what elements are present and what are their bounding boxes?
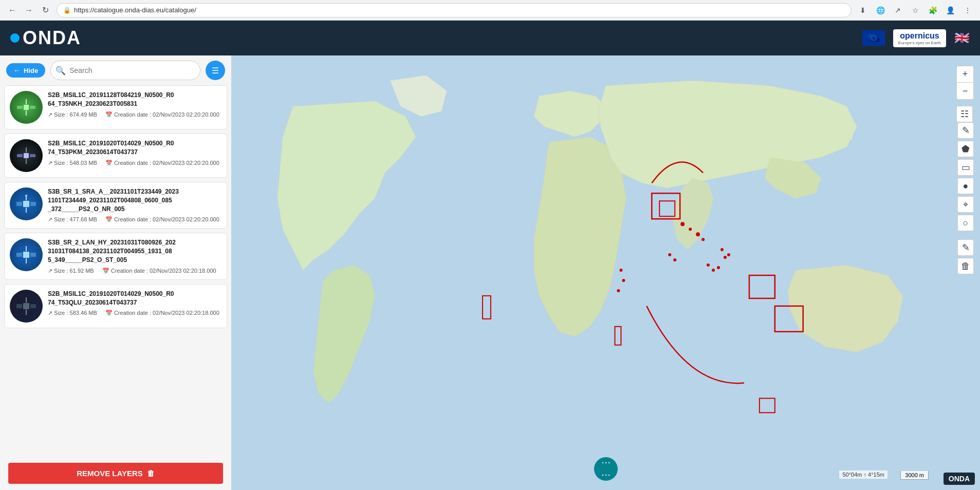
results-list: S2B_MSIL1C_20191128T084219_N0500_R064_T3…: [0, 85, 231, 457]
map-controls-right: + − ☷: [956, 66, 974, 122]
profile-icon[interactable]: 👤: [943, 3, 957, 17]
grid-view-button[interactable]: ⋅⋅⋅⋅⋅⋅: [594, 457, 618, 481]
zoom-out-button[interactable]: −: [957, 83, 973, 99]
bookmark-icon[interactable]: ☆: [908, 3, 922, 17]
reload-button[interactable]: ↻: [38, 3, 52, 17]
svg-point-48: [717, 266, 720, 269]
opernicus-subtitle: Europe's eyes on Earth: [898, 41, 941, 45]
draw-marker-button[interactable]: ⌖: [957, 196, 974, 213]
layers-button[interactable]: ☷: [956, 106, 973, 122]
result-info: S3B_SR_2_LAN_HY_20231031T080926_20231031…: [48, 238, 221, 274]
logo-text: ONDA: [23, 27, 81, 49]
result-name: S2B_MSIL1C_20191020T014029_N0500_R074_T5…: [48, 139, 221, 157]
hide-button[interactable]: ← Hide: [6, 63, 45, 78]
map-scale: 3000 m: [900, 471, 929, 480]
result-name: S2B_MSIL1C_20191128T084219_N0500_R064_T3…: [48, 91, 221, 108]
left-panel: ← Hide 🔍 ☰: [0, 55, 231, 490]
result-size: ↗ Size : 674.49 MB: [48, 111, 97, 118]
edit-features-button[interactable]: ✎: [957, 239, 974, 256]
hide-arrow-icon: ←: [13, 66, 21, 74]
svg-rect-21: [23, 303, 29, 309]
draw-point-button[interactable]: ●: [957, 178, 974, 194]
address-bar[interactable]: 🔒 https://catalogue.onda-dias.eu/catalog…: [57, 3, 852, 17]
svg-rect-5: [24, 153, 29, 158]
svg-rect-10: [23, 201, 29, 207]
list-item[interactable]: S3B_SR_2_LAN_HY_20231031T080926_20231031…: [4, 233, 227, 279]
svg-point-41: [617, 289, 620, 292]
download-page-icon[interactable]: ⬇: [856, 3, 870, 17]
logo-circle-icon: [10, 33, 20, 43]
list-item[interactable]: S2B_MSIL1C_20191128T084219_N0500_R064_T3…: [4, 85, 227, 129]
svg-rect-0: [24, 105, 29, 110]
coord-display: 50°04m ↑ 4°15m: [839, 470, 887, 479]
svg-point-44: [727, 253, 730, 256]
translate-icon[interactable]: 🌐: [873, 3, 887, 17]
satellite-icon: [16, 97, 36, 118]
result-thumbnail: [10, 187, 43, 220]
browser-actions: ⬇ 🌐 ↗ ☆ 🧩 👤 ⋮: [856, 3, 975, 17]
onda-label: ONDA: [949, 475, 970, 483]
svg-point-47: [712, 269, 715, 272]
header-logo: ONDA: [10, 27, 81, 49]
svg-point-33: [668, 253, 671, 256]
satellite-icon: [16, 145, 36, 166]
map-area[interactable]: + − ☷ ✎ ⬟ ▭ ● ⌖ ○ ✎ 🗑 ⋅⋅⋅⋅⋅⋅: [231, 55, 980, 490]
back-button[interactable]: ←: [5, 3, 20, 17]
svg-point-34: [673, 258, 676, 261]
draw-polygon-button[interactable]: ⬟: [957, 141, 974, 157]
search-input[interactable]: [50, 61, 200, 80]
panel-top-bar: ← Hide 🔍 ☰: [0, 55, 231, 85]
svg-rect-1: [17, 106, 23, 109]
draw-circle-button[interactable]: ○: [957, 215, 974, 231]
zoom-control-group: + −: [956, 66, 974, 100]
svg-point-29: [680, 222, 685, 226]
grid-icon: ⋅⋅⋅⋅⋅⋅: [601, 457, 611, 481]
svg-point-43: [724, 256, 727, 259]
browser-chrome: ← → ↻ 🔒 https://catalogue.onda-dias.eu/c…: [0, 0, 980, 21]
extensions-icon[interactable]: 🧩: [926, 3, 940, 17]
world-map: [231, 55, 980, 490]
result-info: S3B_SR_1_SRA_A__20231101T233449_20231101…: [48, 187, 221, 223]
forward-button[interactable]: →: [22, 3, 36, 17]
url-text: https://catalogue.onda-dias.eu/catalogue…: [74, 6, 196, 14]
result-meta: ↗ Size : 477.68 MB 📅 Creation date : 02/…: [48, 216, 221, 223]
result-thumbnail: [10, 139, 43, 172]
result-date: 📅 Creation date : 02/Nov/2023 02:20:20.0…: [105, 160, 219, 166]
delete-features-button[interactable]: 🗑: [957, 258, 974, 274]
app-container: ONDA 🇪🇺 opernicus Europe's eyes on Earth…: [0, 21, 980, 490]
svg-rect-16: [23, 252, 29, 258]
draw-rect-button[interactable]: ▭: [957, 159, 974, 176]
result-size: ↗ Size : 477.68 MB: [48, 216, 97, 223]
eu-flag-icon: 🇪🇺: [862, 30, 885, 46]
share-icon[interactable]: ↗: [891, 3, 905, 17]
result-thumbnail: [10, 238, 43, 271]
svg-rect-7: [30, 154, 35, 157]
list-item[interactable]: S2B_MSIL1C_20191020T014029_N0500_R074_T5…: [4, 134, 227, 178]
result-date: 📅 Creation date : 02/Nov/2023 02:20:20.0…: [105, 216, 219, 223]
result-thumbnail: [10, 290, 43, 323]
svg-rect-12: [30, 202, 36, 206]
result-name: S2B_MSIL1C_20191020T014029_N0500_R074_T5…: [48, 290, 221, 307]
scale-text: 3000 m: [905, 472, 924, 478]
svg-point-46: [707, 263, 710, 267]
result-info: S2B_MSIL1C_20191020T014029_N0500_R074_T5…: [48, 139, 221, 166]
result-meta: ↗ Size : 674.49 MB 📅 Creation date : 02/…: [48, 111, 221, 118]
list-item[interactable]: S2B_MSIL1C_20191020T014029_N0500_R074_T5…: [4, 284, 227, 328]
svg-point-31: [696, 232, 700, 236]
satellite-icon: [16, 194, 36, 214]
svg-rect-17: [16, 253, 22, 257]
draw-line-button[interactable]: ✎: [957, 122, 974, 139]
svg-point-39: [619, 269, 622, 272]
menu-icon[interactable]: ⋮: [960, 3, 975, 17]
result-size: ↗ Size : 61.92 MB: [48, 268, 94, 274]
list-item[interactable]: S3B_SR_1_SRA_A__20231101T233449_20231101…: [4, 182, 227, 229]
lock-icon: 🔒: [63, 7, 71, 14]
zoom-in-button[interactable]: +: [957, 66, 973, 83]
filter-button[interactable]: ☰: [206, 61, 225, 80]
remove-layers-button[interactable]: REMOVE LAYERS 🗑: [8, 463, 223, 484]
map-draw-controls: ✎ ⬟ ▭ ● ⌖ ○ ✎ 🗑: [957, 122, 974, 274]
result-size: ↗ Size : 583.46 MB: [48, 310, 97, 316]
panel-bottom: REMOVE LAYERS 🗑: [0, 457, 231, 490]
remove-layers-label: REMOVE LAYERS: [77, 469, 143, 478]
svg-point-32: [701, 238, 705, 241]
